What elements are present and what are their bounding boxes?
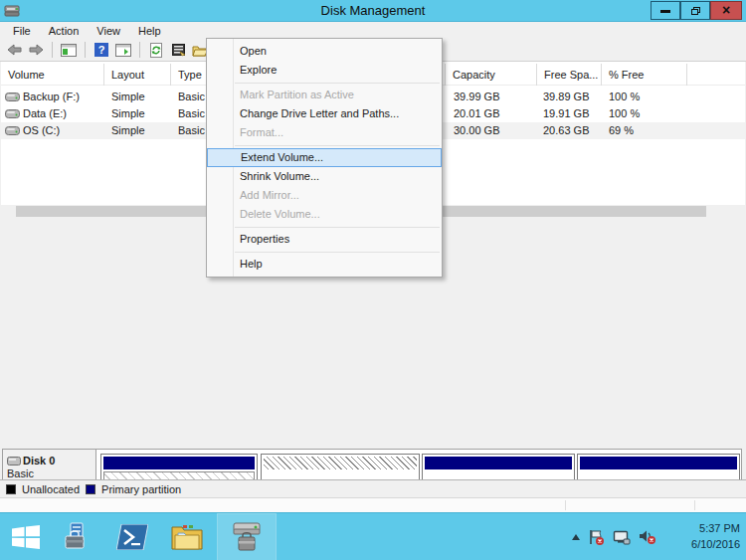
menu-item-mark-partition-active: Mark Partition as Active xyxy=(207,86,442,104)
system-tray xyxy=(572,513,656,560)
disk-management-taskbar-button[interactable] xyxy=(217,513,277,560)
menu-item-format: Format... xyxy=(207,123,442,142)
cell-volume: Backup (F:) xyxy=(23,89,104,105)
primary-partition-bar xyxy=(425,457,572,469)
menu-view[interactable]: View xyxy=(88,24,129,38)
server-manager-icon xyxy=(63,522,93,552)
cell-pct-free: 69 % xyxy=(609,122,678,139)
column-capacity[interactable]: Capacity xyxy=(446,64,537,86)
volume-context-menu: Open Explore Mark Partition as Active Ch… xyxy=(206,38,443,278)
legend-bar: Unallocated Primary partition xyxy=(0,479,746,497)
menu-item-explore[interactable]: Explore xyxy=(207,61,442,80)
menu-item-label: Mark Partition as Active xyxy=(240,89,354,100)
column-free-space[interactable]: Free Spa... xyxy=(537,64,602,86)
menu-help[interactable]: Help xyxy=(129,24,170,38)
powershell-icon xyxy=(116,524,148,550)
legend-unallocated-label: Unallocated xyxy=(22,483,80,495)
menu-action[interactable]: Action xyxy=(40,24,89,38)
menu-item-label: Shrink Volume... xyxy=(240,170,319,182)
cell-pct-free: 100 % xyxy=(609,105,678,122)
menu-item-label: Change Drive Letter and Paths... xyxy=(240,107,399,119)
menu-item-label: Format... xyxy=(240,126,283,138)
status-divider xyxy=(565,500,566,510)
disk-icon xyxy=(7,457,21,466)
console-pane-icon[interactable] xyxy=(114,42,132,58)
menu-item-label: Add Mirror... xyxy=(240,189,299,201)
menu-item-properties[interactable]: Properties xyxy=(207,230,442,249)
disk0-name: Disk 0 xyxy=(23,455,55,467)
file-explorer-button[interactable] xyxy=(164,513,210,560)
window-title: Disk Management xyxy=(0,3,746,18)
column-layout[interactable]: Layout xyxy=(104,64,171,86)
menu-item-label: Help xyxy=(240,258,263,270)
powershell-button[interactable] xyxy=(109,513,155,560)
restore-icon xyxy=(691,7,700,15)
restore-button[interactable] xyxy=(680,1,710,20)
cell-free-space: 19.91 GB xyxy=(543,105,601,122)
console-window-icon[interactable] xyxy=(60,42,78,58)
menu-item-open[interactable]: Open xyxy=(207,42,442,61)
menu-bar: File Action View Help xyxy=(0,22,746,39)
menu-item-change-drive-letter[interactable]: Change Drive Letter and Paths... xyxy=(207,104,442,123)
menu-item-label: Explore xyxy=(240,64,277,76)
menu-separator xyxy=(235,227,440,228)
minimize-icon xyxy=(660,10,670,13)
column-volume[interactable]: Volume xyxy=(1,64,104,86)
cell-layout: Simple xyxy=(111,105,171,122)
menu-item-label: Delete Volume... xyxy=(240,208,320,220)
menu-item-help[interactable]: Help xyxy=(207,255,442,274)
desktop-screen: Disk Management × File Action View Help … xyxy=(0,0,746,560)
menu-separator xyxy=(235,83,440,84)
forward-icon[interactable] xyxy=(27,42,45,58)
clock-date: 6/10/2016 xyxy=(691,536,740,552)
unallocated-swatch xyxy=(6,484,16,494)
drive-icon xyxy=(5,93,20,101)
close-button[interactable]: × xyxy=(710,1,742,20)
drive-icon xyxy=(5,126,20,135)
menu-item-label: Properties xyxy=(240,233,289,245)
menu-item-label: Open xyxy=(240,45,267,57)
unallocated-bar xyxy=(264,457,417,469)
menu-separator xyxy=(235,252,440,253)
start-button[interactable] xyxy=(0,513,52,560)
menu-item-shrink-volume[interactable]: Shrink Volume... xyxy=(207,167,442,186)
cell-capacity: 30.00 GB xyxy=(454,122,537,139)
svg-text:?: ? xyxy=(98,44,105,56)
file-explorer-icon xyxy=(170,523,204,551)
disk-management-icon xyxy=(230,521,264,553)
toolbar-separator xyxy=(85,42,86,58)
menu-item-extend-volume[interactable]: Extend Volume... xyxy=(207,148,442,167)
cell-free-space: 20.63 GB xyxy=(543,122,601,139)
back-icon[interactable] xyxy=(5,42,23,58)
drive-icon xyxy=(5,109,20,118)
cell-capacity: 20.01 GB xyxy=(454,105,537,122)
cell-layout: Simple xyxy=(111,89,171,105)
minimize-button[interactable] xyxy=(651,1,680,20)
properties-icon[interactable] xyxy=(169,42,187,58)
cell-volume: Data (E:) xyxy=(23,105,104,122)
volume-muted-icon[interactable] xyxy=(639,529,656,545)
toolbar-separator xyxy=(139,42,140,58)
network-icon[interactable] xyxy=(613,530,631,545)
title-bar: Disk Management × xyxy=(0,0,746,22)
help-icon[interactable]: ? xyxy=(93,42,110,58)
refresh-icon[interactable] xyxy=(147,42,165,58)
legend-primary-label: Primary partition xyxy=(101,483,181,495)
status-bar xyxy=(0,497,746,512)
menu-item-delete-volume: Delete Volume... xyxy=(207,205,442,224)
taskbar: 5:37 PM 6/10/2016 xyxy=(0,512,746,560)
server-manager-button[interactable] xyxy=(55,513,100,560)
cell-layout: Simple xyxy=(111,122,171,139)
clock-time: 5:37 PM xyxy=(691,520,740,536)
cell-capacity: 39.99 GB xyxy=(454,89,537,105)
flag-alert-icon[interactable] xyxy=(588,529,605,546)
status-divider xyxy=(694,500,695,510)
tray-expand-icon[interactable] xyxy=(572,534,580,540)
column-extra[interactable] xyxy=(687,64,744,86)
taskbar-clock[interactable]: 5:37 PM 6/10/2016 xyxy=(691,520,740,552)
menu-file[interactable]: File xyxy=(4,24,40,38)
column-pct-free[interactable]: % Free xyxy=(602,64,687,86)
toolbar-separator xyxy=(52,42,53,58)
cell-pct-free: 100 % xyxy=(609,89,678,105)
menu-item-label: Extend Volume... xyxy=(241,151,323,163)
